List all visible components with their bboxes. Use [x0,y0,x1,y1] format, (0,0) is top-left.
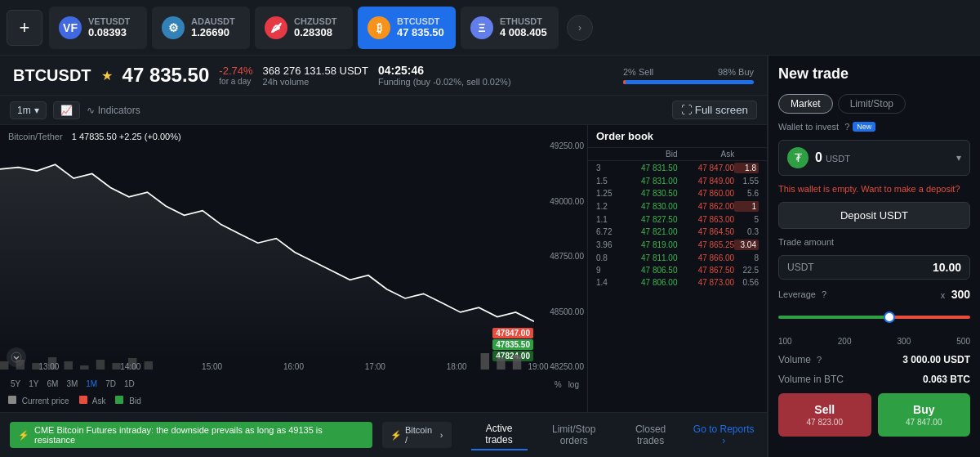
bitcoin-link-text: Bitcoin / [405,425,437,445]
chart-options: % log [555,380,579,389]
ticker-item-btc[interactable]: ₿ BTCUSDT 47 835.50 [358,7,456,49]
amount-currency: USDT [787,262,814,273]
ob-bid-3: 47 830.50 [621,189,678,198]
marker-100: 100 [778,337,792,346]
ob-row-8[interactable]: 0.8 47 811.00 47 866.00 8 [588,252,767,264]
vet-price: 0.08393 [88,26,130,38]
favorite-star-icon[interactable]: ★ [101,68,113,83]
ticker-item-ada[interactable]: ⚙ ADAUSDT 1.26690 [152,7,250,49]
pct-option[interactable]: % [555,380,562,389]
ticker-item-vet[interactable]: VF VETUSDT 0.08393 [49,7,147,49]
ob-row-4[interactable]: 1.2 47 830.00 47 862.00 1 [588,199,767,213]
volume-info-icon[interactable]: ? [817,355,822,365]
volume-label-text: Volume [778,354,811,365]
limit-stop-type-button[interactable]: Limit/Stop [838,94,906,114]
ob-bid-2: 47 831.00 [621,177,678,186]
market-type-button[interactable]: Market [778,94,833,114]
log-option[interactable]: log [568,380,579,389]
ob-row-6[interactable]: 6.72 47 821.00 47 864.50 0.3 [588,226,767,238]
ob-ask-8: 47 866.00 [678,253,735,262]
deposit-button[interactable]: Deposit USDT [778,202,970,229]
period-5y[interactable]: 5Y [8,379,23,389]
lightning-icon: ⚡ [18,430,29,441]
ob-row-9[interactable]: 9 47 806.50 47 867.50 22.5 [588,264,767,276]
ob-size-9: 22.5 [734,266,759,275]
volume-label: 24h volume [263,77,368,87]
ob-header-size [734,150,759,159]
ob-bid-7: 47 819.00 [621,240,678,249]
chz-name: CHZUSDT [294,16,337,26]
indicators-button[interactable]: ∿ Indicators [87,105,140,116]
period-1d[interactable]: 1D [122,379,137,389]
period-1y[interactable]: 1Y [26,379,41,389]
wallet-info-icon[interactable]: ? [844,122,849,132]
chart-area[interactable]: Bitcoin/Tether 1 47835.50 +2.25 (+0.00%)… [0,125,587,412]
legend-ask: Ask [79,396,106,405]
buy-label: Buy [913,403,934,416]
time-13: 13:00 [38,362,59,371]
ob-row-2[interactable]: 1.5 47 831.00 47 849.00 1.55 [588,175,767,187]
fullscreen-button[interactable]: ⛶ Full screen [672,101,757,119]
timeframe-value: 1m [17,105,31,116]
ob-qty-9: 9 [596,266,621,275]
time-14: 14:00 [120,362,140,371]
wallet-currency: USDT [826,154,850,164]
timeframe-chevron-icon: ▾ [34,105,39,116]
ob-bid-1: 47 831.50 [621,164,678,172]
ob-bid-8: 47 811.00 [621,253,678,262]
ob-header-bid: Bid [621,150,678,159]
ob-qty-4: 1.2 [596,202,621,211]
ob-ask-1: 47 847.00 [677,164,734,172]
go-to-reports-link[interactable]: Go to Reports › [690,423,757,446]
ob-row-7[interactable]: 3.96 47 819.00 47 865.25 3.04 [588,238,767,252]
chart-type-button[interactable]: 📈 [53,101,80,119]
ob-size-1: 1.8 [734,163,759,173]
marker-300: 300 [898,337,911,346]
wallet-empty-message: This wallet is empty. Want to make a dep… [778,184,970,194]
ticker-item-eth[interactable]: Ξ ETHUSDT 4 008.405 [461,7,559,49]
new-trade-title: New trade [778,65,970,83]
period-3m[interactable]: 3M [64,379,80,389]
tab-active-trades[interactable]: Active trades [471,419,528,450]
sell-button[interactable]: Sell 47 823.00 [778,393,871,437]
timeframe-selector[interactable]: 1m ▾ [10,101,47,119]
legend-current-price: Current price [8,396,69,405]
ob-row-10[interactable]: 1.4 47 806.00 47 873.00 0.56 [588,276,767,289]
ob-bid-5: 47 827.50 [621,215,678,224]
ob-size-6: 0.3 [734,227,759,236]
volume-info-row: Volume ? 3 000.00 USDT [778,354,970,365]
sell-label: Sell [814,403,835,416]
price-levels: 49250.00 49000.00 48750.00 48500.00 4825… [534,141,587,371]
bitcoin-link[interactable]: ⚡ Bitcoin / › [382,422,452,448]
ob-row-3[interactable]: 1.25 47 830.50 47 860.00 5.6 [588,187,767,199]
tab-closed-trades[interactable]: Closed trades [621,420,681,450]
news-alert[interactable]: ⚡ CME Bitcoin Futures intraday: the down… [10,422,372,448]
sell-bar-fill [623,80,626,84]
leverage-info-icon[interactable]: ? [822,289,826,299]
nav-next-button[interactable]: › [567,15,593,41]
volume-btc-value: 0.063 BTC [923,374,970,385]
period-1m[interactable]: 1M [83,379,100,389]
volume-value: 3 000.00 USDT [902,354,970,365]
trade-amount-input[interactable]: USDT 10.00 [778,255,970,280]
period-6m[interactable]: 6M [44,379,60,389]
btc-name: BTCUSDT [397,16,444,26]
buy-button[interactable]: Buy 47 847.00 [878,393,971,437]
wallet-amount: 0 [815,150,822,165]
wallet-chevron-icon: ▾ [956,152,961,164]
usdt-wallet-icon: ₮ [787,147,808,168]
ob-size-3: 5.6 [734,189,759,198]
ob-row-1[interactable]: 3 47 831.50 47 847.00 1.8 [588,161,767,175]
ob-size-4: 1 [734,201,759,212]
leverage-slider[interactable] [778,309,970,325]
ob-row-5[interactable]: 1.1 47 827.50 47 863.00 5 [588,213,767,226]
tab-limit-stop[interactable]: Limit/Stop orders [537,420,611,450]
ticker-item-chz[interactable]: 🌶 CHZUSDT 0.28308 [255,7,353,49]
period-7d[interactable]: 7D [103,379,118,389]
wallet-selector[interactable]: ₮ 0 USDT ▾ [778,140,970,176]
eth-icon: Ξ [470,16,493,39]
slider-thumb[interactable] [884,311,895,323]
news-text: CME Bitcoin Futures intraday: the downsi… [34,425,364,445]
ob-ask-5: 47 863.00 [678,215,735,224]
add-ticker-button[interactable]: + [7,10,42,46]
